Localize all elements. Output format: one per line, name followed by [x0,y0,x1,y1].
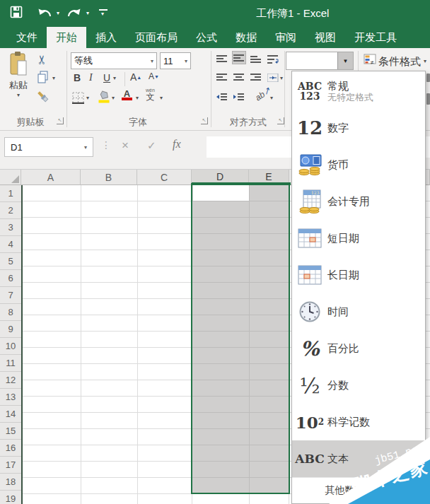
wrap-text-button[interactable] [267,54,279,66]
align-top-button[interactable] [216,54,228,66]
undo-dropdown-icon[interactable]: ▾ [57,10,59,16]
orientation-caret[interactable]: ▾ [270,95,273,101]
row-header[interactable]: 8 [0,304,21,321]
row-header[interactable]: 4 [0,236,21,253]
active-cell-d1[interactable] [193,185,249,201]
copy-button[interactable] [37,71,50,86]
shrink-font-button[interactable]: A▼ [149,71,159,81]
column-header-b[interactable]: B [81,170,137,185]
alignment-dialog-launcher[interactable]: ↘ [277,117,284,124]
format-item-accounting[interactable]: 123 会计专用 [292,183,425,220]
format-item-fraction[interactable]: ½ 分数 [292,367,425,404]
underline-caret[interactable]: ▾ [113,75,116,81]
row-header[interactable]: 9 [0,321,21,338]
row-header[interactable]: 11 [0,355,21,372]
tab-formulas[interactable]: 公式 [187,27,226,48]
paste-button[interactable]: 粘贴 ▾ [4,51,33,105]
gridline [137,185,138,504]
name-box[interactable]: D1 ▾ [4,137,93,157]
row-header[interactable]: 7 [0,287,21,304]
format-item-scientific[interactable]: 102 科学记数 [292,404,425,440]
row-header[interactable]: 16 [0,440,21,457]
align-middle-button[interactable] [232,51,246,64]
merge-center-button[interactable] [267,72,279,85]
row-header[interactable]: 12 [0,372,21,389]
conditional-formatting-caret[interactable]: ▾ [424,58,426,64]
bold-button[interactable]: B [74,72,81,83]
format-painter-button[interactable] [37,90,50,106]
row-header[interactable]: 6 [0,270,21,287]
row-header[interactable]: 10 [0,338,21,355]
increase-indent-button[interactable] [233,92,245,105]
formula-bar-handle[interactable]: ⋮ [101,139,111,151]
row-header[interactable]: 15 [0,423,21,440]
tab-data[interactable]: 数据 [226,27,266,48]
svg-text:≠: ≠ [371,59,374,66]
format-item-currency[interactable]: 货币 [292,146,425,183]
redo-button[interactable] [66,7,82,18]
redo-dropdown-icon[interactable]: ▾ [86,10,89,16]
column-header-a[interactable]: A [21,170,81,185]
format-item-label: 会计专用 [327,195,370,209]
undo-button[interactable] [37,7,52,18]
copy-caret[interactable]: ▾ [52,75,55,81]
save-icon[interactable] [10,6,23,18]
row-header[interactable]: 17 [0,457,21,474]
name-box-caret[interactable]: ▾ [84,144,87,151]
row-header[interactable]: 5 [0,253,21,270]
tab-page-layout[interactable]: 页面布局 [126,27,187,48]
row-header[interactable]: 19 [0,491,21,504]
format-item-percentage[interactable]: % 百分比 [292,330,425,367]
tab-developer[interactable]: 开发工具 [345,27,406,48]
row-header[interactable]: 13 [0,389,21,406]
more-number-formats-button[interactable]: 其他数字格式... [292,477,425,503]
conditional-formatting-button[interactable]: 条件格式 [378,55,421,69]
align-right-button[interactable] [250,72,262,85]
number-format-combo[interactable]: ▼ [286,52,354,70]
align-center-button[interactable] [233,72,245,85]
enter-button[interactable]: ✓ [147,139,156,152]
phonetic-button[interactable]: wén 文 [146,88,155,101]
format-item-time[interactable]: 时间 [292,293,425,330]
fill-color-caret[interactable]: ▾ [112,95,115,101]
format-item-general[interactable]: ABC123 常规 无特定格式 [292,73,425,110]
selected-columns-d-e[interactable] [192,185,289,493]
align-bottom-button[interactable] [250,54,262,66]
underline-button[interactable]: U [103,72,110,83]
row-header[interactable]: 2 [0,202,21,219]
font-name-combo[interactable]: 等线▾ [71,52,157,69]
font-color-caret[interactable]: ▾ [136,95,139,101]
clipboard-dialog-launcher[interactable]: ↘ [57,117,64,124]
italic-button[interactable]: I [89,72,93,83]
select-all-button[interactable] [0,170,21,185]
tab-home[interactable]: 开始 [47,27,86,48]
format-item-number[interactable]: 12 数字 [292,110,425,146]
borders-button[interactable] [72,92,84,107]
number-format-dropdown-button[interactable]: ▼ [337,52,353,69]
font-dialog-launcher[interactable]: ↘ [201,117,208,124]
column-header-c[interactable]: C [137,170,192,185]
merge-center-caret[interactable]: ▾ [280,75,283,81]
align-left-button[interactable] [216,72,228,85]
format-item-short-date[interactable]: 短日期 [292,220,425,257]
borders-caret[interactable]: ▾ [86,95,89,101]
grow-font-button[interactable]: A▲ [130,71,141,83]
cancel-button[interactable]: × [122,139,129,153]
fill-color-button[interactable] [98,90,110,106]
tab-view[interactable]: 视图 [306,27,345,48]
tab-review[interactable]: 审阅 [266,27,306,48]
format-item-text[interactable]: ABC 文本 [292,440,425,477]
row-header[interactable]: 1 [0,185,21,202]
tab-file[interactable]: 文件 [7,27,47,48]
row-header[interactable]: 14 [0,406,21,423]
row-header[interactable]: 3 [0,219,21,236]
row-header[interactable]: 18 [0,474,21,491]
decrease-indent-button[interactable] [216,92,228,105]
font-size-combo[interactable]: 11▾ [160,52,191,69]
cut-button[interactable]: ✂ [35,54,50,64]
phonetic-caret[interactable]: ▾ [160,95,163,101]
font-color-button[interactable]: A [122,90,132,100]
insert-function-button[interactable]: fx [173,138,181,151]
tab-insert[interactable]: 插入 [86,27,126,48]
format-item-long-date[interactable]: 长日期 [292,257,425,293]
